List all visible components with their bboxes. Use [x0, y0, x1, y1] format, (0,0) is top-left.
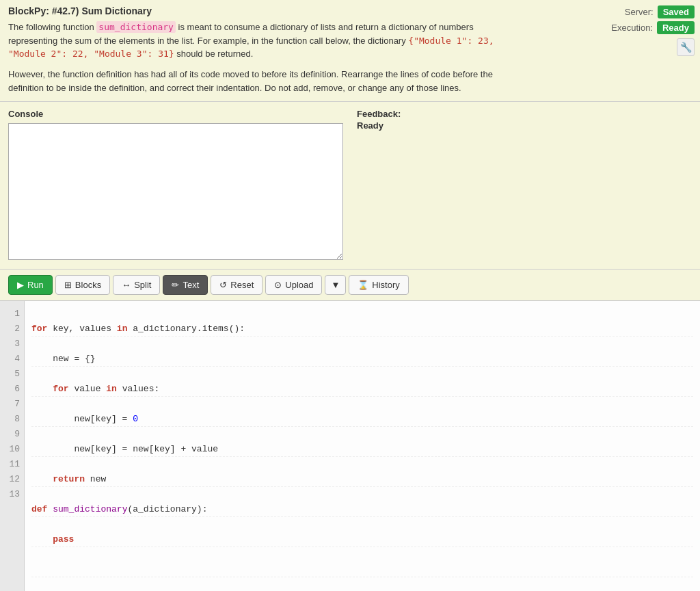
line-num-4: 4	[4, 352, 20, 367]
status-area: Server: Saved Execution: Ready 🔧	[611, 5, 695, 56]
code-editor[interactable]: 1 2 3 4 5 6 7 8 9 10 11 12 13 for key, v…	[0, 301, 700, 591]
line-num-2: 2	[4, 321, 20, 337]
page-title: BlockPy: #42.7) Sum Dictionary	[8, 5, 692, 16]
code-line-1: for key, values in a_dictionary.items():	[31, 321, 693, 337]
console-label: Console	[8, 109, 343, 119]
line-num-9: 9	[4, 427, 20, 442]
code-line-8: pass	[31, 532, 693, 547]
history-label: History	[372, 280, 399, 290]
text-button[interactable]: ✏ Text	[163, 275, 208, 295]
header-description: The following function sum_dictionary is…	[8, 21, 514, 61]
code-content[interactable]: for key, values in a_dictionary.items():…	[25, 301, 700, 591]
line-num-8: 8	[4, 412, 20, 427]
toolbar: ▶ Run ⊞ Blocks ↔ Split ✏ Text ↺ Reset ⊙ …	[0, 270, 700, 301]
feedback-status: Ready	[357, 120, 692, 131]
code-line-3: for value in values:	[31, 382, 693, 397]
settings-button[interactable]: 🔧	[677, 38, 695, 56]
split-icon: ↔	[122, 280, 131, 290]
line-num-12: 12	[4, 472, 20, 487]
reset-label: Reset	[230, 280, 254, 290]
split-label: Split	[134, 280, 151, 290]
execution-status-row: Execution: Ready	[611, 21, 695, 34]
text-icon: ✏	[172, 280, 179, 290]
feedback-area: Feedback: Ready	[357, 109, 692, 262]
execution-label: Execution:	[611, 23, 653, 33]
line-num-3: 3	[4, 337, 20, 352]
console-area: Console	[8, 109, 343, 262]
run-label: Run	[27, 280, 44, 290]
history-button[interactable]: ⌛ History	[349, 275, 408, 295]
history-icon: ⌛	[358, 280, 368, 290]
run-icon: ▶	[17, 280, 24, 290]
code-line-2: new = {}	[31, 352, 693, 367]
run-button[interactable]: ▶ Run	[8, 275, 53, 295]
code-line-7: def sum_dictionary(a_dictionary):	[31, 502, 693, 517]
middle-area: Console Feedback: Ready	[0, 102, 700, 270]
blocks-button[interactable]: ⊞ Blocks	[55, 275, 110, 295]
blocks-icon: ⊞	[64, 280, 72, 290]
line-num-5: 5	[4, 367, 20, 382]
function-name: sum_dictionary	[96, 21, 176, 33]
upload-label: Upload	[285, 280, 313, 290]
upload-button[interactable]: ⊙ Upload	[265, 275, 322, 295]
line-num-11: 11	[4, 457, 20, 472]
server-status-row: Server: Saved	[625, 5, 695, 18]
server-label: Server:	[625, 7, 654, 17]
example-dict: {"Module 1": 23, "Module 2": 22, "Module…	[8, 36, 494, 60]
text-label: Text	[183, 280, 199, 290]
console-textarea[interactable]	[8, 123, 343, 260]
blocks-label: Blocks	[75, 280, 101, 290]
line-num-13: 13	[4, 487, 20, 502]
execution-badge: Ready	[657, 21, 695, 34]
header: BlockPy: #42.7) Sum Dictionary The follo…	[0, 0, 700, 102]
code-line-6: return new	[31, 472, 693, 487]
upload-dropdown-button[interactable]: ▼	[325, 275, 346, 295]
line-num-6: 6	[4, 382, 20, 397]
server-badge: Saved	[658, 5, 695, 18]
line-num-1: 1	[4, 306, 20, 321]
reset-icon: ↺	[219, 280, 227, 290]
line-num-7: 7	[4, 397, 20, 412]
header-note: However, the function definition has had…	[8, 68, 514, 96]
code-line-9	[31, 562, 693, 577]
chevron-down-icon: ▼	[331, 280, 340, 290]
upload-icon: ⊙	[274, 280, 282, 290]
feedback-label: Feedback:	[357, 109, 692, 119]
code-line-4: new[key] = 0	[31, 412, 693, 427]
reset-button[interactable]: ↺ Reset	[211, 275, 262, 295]
code-line-5: new[key] = new[key] + value	[31, 442, 693, 457]
line-num-10: 10	[4, 442, 20, 457]
split-button[interactable]: ↔ Split	[113, 275, 160, 295]
line-numbers: 1 2 3 4 5 6 7 8 9 10 11 12 13	[0, 301, 25, 591]
